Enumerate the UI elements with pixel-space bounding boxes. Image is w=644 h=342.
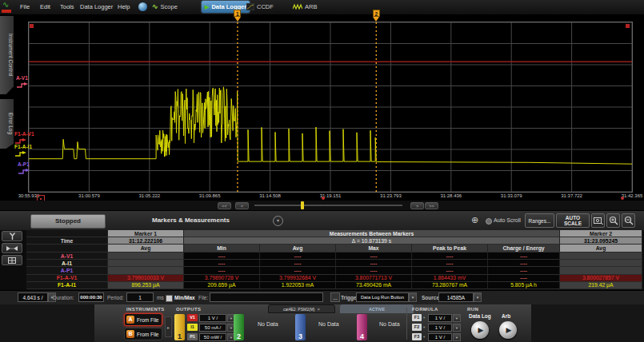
- marker1-time: 31:12.222106: [108, 237, 184, 245]
- trace-handle-icon[interactable]: [14, 150, 27, 157]
- marker-flag-2[interactable]: 2: [373, 10, 380, 22]
- scroll-thumb[interactable]: [301, 201, 304, 209]
- channel-4-bar[interactable]: 4: [357, 314, 367, 340]
- arb-play-button[interactable]: ▶: [499, 321, 517, 339]
- source-label: Source: [422, 295, 439, 300]
- minmax-checkbox[interactable]: [166, 295, 173, 302]
- source-select[interactable]: 14585A: [438, 292, 474, 302]
- f3-badge: F3: [412, 333, 422, 340]
- screenshot-button[interactable]: [591, 213, 605, 228]
- duration-field[interactable]: 000:00:30: [78, 292, 104, 302]
- marker2-header: Marker 2: [560, 230, 642, 237]
- expander-button[interactable]: ▸: [165, 316, 172, 337]
- sidebar-tab-instrument-control[interactable]: Instrument Control: [0, 16, 14, 94]
- scroll-track[interactable]: [254, 205, 402, 206]
- file-tab[interactable]: cat4E2: PSM2(M) ×: [268, 304, 335, 313]
- channel-2-bar[interactable]: 2: [234, 314, 244, 340]
- table-cell: ----: [336, 267, 412, 274]
- table-cell: ----: [488, 260, 560, 267]
- file-field[interactable]: [210, 292, 323, 302]
- zoom-in-icon: [609, 216, 618, 225]
- f2-range-select[interactable]: 1 V /: [428, 324, 452, 332]
- info-ball-icon[interactable]: [138, 2, 147, 11]
- i1-range-select[interactable]: 50 mA /: [199, 324, 226, 332]
- chart-area: A-V1 F1-A-V1 F1-A-I1 A-P1 30:55.93631:00…: [14, 14, 644, 201]
- outputs-section-label: OUTPUTS: [176, 307, 201, 312]
- grid-view-button[interactable]: [2, 255, 22, 265]
- instrument-a-button[interactable]: A From File: [124, 313, 162, 326]
- zoom-out-button[interactable]: [622, 213, 635, 228]
- chart-plot[interactable]: [29, 22, 632, 192]
- menu-item-edit[interactable]: Edit: [40, 0, 50, 14]
- x-tick: 31:14.508: [259, 193, 281, 198]
- status-badge: Stopped: [30, 214, 106, 229]
- menu-item-tools[interactable]: Tools: [60, 0, 74, 14]
- row-label: F1-A-I1: [26, 282, 108, 289]
- ranges-button[interactable]: Ranges...: [525, 213, 554, 228]
- sidebar-tab-error-log[interactable]: Error Log: [0, 99, 14, 149]
- trace-handle-icon[interactable]: [18, 168, 30, 174]
- v1-badge: V1: [187, 314, 198, 321]
- x-tick: 31:00.579: [78, 193, 100, 198]
- scroll-last-button[interactable]: >>: [425, 202, 438, 209]
- tab-ccdf[interactable]: CCDF: [243, 1, 277, 13]
- marker1-header: Marker 1: [108, 230, 184, 237]
- scale-handle[interactable]: [626, 24, 630, 28]
- close-icon[interactable]: ×: [317, 307, 320, 312]
- panel-title: Markers & Measurements: [152, 217, 230, 224]
- table-cell: ----: [260, 260, 336, 267]
- menu-item-help[interactable]: Help: [118, 0, 130, 14]
- table-cell: ----: [412, 260, 488, 267]
- timescale-select[interactable]: 4.643 s /: [18, 292, 48, 302]
- row-label: A-V1: [26, 253, 108, 260]
- tab-scope[interactable]: ∿ Scope: [149, 1, 181, 13]
- f1-dropdown[interactable]: ▾: [423, 316, 425, 320]
- table-cell: ----: [488, 275, 560, 282]
- table-cell: [560, 253, 642, 260]
- crosshair-icon[interactable]: ⊕: [471, 215, 478, 225]
- f2-dropdown[interactable]: ▾: [423, 325, 425, 329]
- browse-button[interactable]: ...: [330, 292, 340, 302]
- scale-handle[interactable]: [30, 24, 34, 28]
- f3-range-dropdown[interactable]: ▾: [453, 333, 461, 341]
- trace-handle-icon[interactable]: [16, 82, 29, 88]
- scroll-first-button[interactable]: <<: [218, 202, 231, 209]
- f3-dropdown[interactable]: ▾: [423, 335, 425, 339]
- f2-range-dropdown[interactable]: ▾: [453, 324, 461, 332]
- table-cell: [560, 267, 642, 274]
- menubar: ∿ File Edit Tools Data Logger Help ∿ Sco…: [0, 0, 644, 15]
- table-cell: ----: [488, 267, 560, 274]
- channel-1-bar[interactable]: 1: [174, 314, 185, 340]
- trigger-select[interactable]: Data Log Run Button: [356, 292, 409, 302]
- menu-item-data-logger[interactable]: Data Logger: [80, 0, 113, 14]
- f3-range-select[interactable]: 1 V /: [428, 333, 452, 341]
- f1-badge: F1: [412, 314, 422, 321]
- channel-3-bar[interactable]: 3: [295, 314, 306, 340]
- p1-range-select[interactable]: 50 mW /: [199, 333, 226, 341]
- active-tab[interactable]: ACTIVE: [340, 304, 414, 313]
- arb-icon: [293, 3, 302, 10]
- auto-scroll-toggle[interactable]: Auto Scroll: [494, 217, 521, 223]
- f1-range-dropdown[interactable]: ▾: [453, 314, 461, 322]
- toolbar: Stopped Markers & Measurements ▾ ⊕ Auto …: [0, 210, 644, 231]
- period-field[interactable]: 1: [126, 292, 154, 302]
- menu-item-file[interactable]: File: [20, 0, 30, 14]
- scroll-next-button[interactable]: >: [410, 202, 424, 209]
- source-dropdown[interactable]: ▾: [474, 292, 482, 302]
- f1-range-select[interactable]: 1 V /: [428, 314, 452, 322]
- v1-range-select[interactable]: 1 V /: [199, 314, 226, 322]
- markers-button[interactable]: [2, 243, 22, 253]
- data-log-play-button[interactable]: ▶: [471, 321, 489, 339]
- zoom-in-button[interactable]: [606, 213, 620, 228]
- auto-scroll-led-icon[interactable]: [486, 218, 492, 225]
- scroll-prev-button[interactable]: <: [235, 202, 249, 209]
- tab-arb[interactable]: ARB: [290, 1, 320, 13]
- marker-flag-1[interactable]: 1: [234, 10, 241, 22]
- divider: [406, 308, 407, 340]
- chevron-down-icon[interactable]: ▾: [273, 216, 283, 226]
- auto-scale-button[interactable]: AUTO SCALE: [556, 213, 590, 228]
- trace-handle-icon[interactable]: [14, 137, 27, 144]
- trigger-dropdown[interactable]: ▾: [409, 292, 417, 302]
- tools-button[interactable]: [2, 231, 22, 241]
- instrument-b-button[interactable]: B From File: [124, 328, 162, 340]
